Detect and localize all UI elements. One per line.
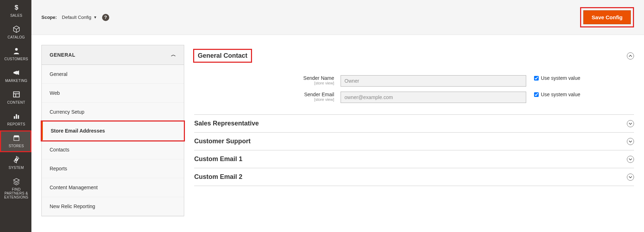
tab-currency-setup[interactable]: Currency Setup xyxy=(42,103,184,122)
tab-group-general[interactable]: GENERAL ︿ xyxy=(42,45,184,65)
person-icon xyxy=(2,47,31,56)
scope-switcher: Scope: Default Config ▼ ? xyxy=(41,14,109,21)
label-text: Sender Email xyxy=(304,92,334,97)
bars-icon xyxy=(2,112,31,121)
scope-value-text: Default Config xyxy=(62,15,91,20)
sender-email-input[interactable] xyxy=(341,92,526,103)
admin-sidebar: $ SALES CATALOG CUSTOMERS MARKETING CONT… xyxy=(0,0,31,231)
field-input-wrap xyxy=(341,75,526,87)
nav-label: STORES xyxy=(2,144,31,148)
nav-catalog[interactable]: CATALOG xyxy=(0,22,31,43)
section-title: Sales Representative xyxy=(194,120,259,127)
section-general-contact-header[interactable]: General Contact xyxy=(194,45,634,67)
content: GENERAL ︿ General Web Currency Setup Sto… xyxy=(31,35,644,231)
section-sales-rep-header[interactable]: Sales Representative xyxy=(194,114,634,133)
nav-content[interactable]: CONTENT xyxy=(0,87,31,109)
save-button-highlight: Save Config xyxy=(580,7,634,27)
svg-text:$: $ xyxy=(14,4,18,11)
collapsed-sections: Sales Representative Customer Support Cu… xyxy=(194,114,634,186)
field-sender-name-row: Sender Name [store view] Use system valu… xyxy=(194,75,634,87)
section-title: Custom Email 1 xyxy=(194,155,242,163)
svg-rect-7 xyxy=(17,115,19,119)
nav-label: SYSTEM xyxy=(2,166,31,170)
nav-marketing[interactable]: MARKETING xyxy=(0,65,31,87)
nav-system[interactable]: SYSTEM xyxy=(0,152,31,174)
tab-contacts[interactable]: Contacts xyxy=(42,140,184,159)
tab-store-email-addresses[interactable]: Store Email Addresses xyxy=(42,122,184,140)
nav-label: MARKETING xyxy=(2,79,31,83)
field-label: Sender Email [store view] xyxy=(194,92,341,102)
expand-down-icon xyxy=(627,120,634,127)
expand-down-icon xyxy=(627,138,634,145)
svg-rect-5 xyxy=(14,116,15,119)
tab-reports[interactable]: Reports xyxy=(42,159,184,178)
caret-down-icon: ▼ xyxy=(94,15,97,19)
nav-customers[interactable]: CUSTOMERS xyxy=(0,43,31,65)
scope-label: Scope: xyxy=(41,15,57,20)
help-icon[interactable]: ? xyxy=(102,14,109,21)
megaphone-icon xyxy=(2,69,31,77)
label-scope: [store view] xyxy=(194,97,334,102)
nav-sales[interactable]: $ SALES xyxy=(0,0,31,22)
cube-icon xyxy=(2,25,31,34)
field-sender-email-row: Sender Email [store view] Use system val… xyxy=(194,92,634,103)
tab-content-management[interactable]: Content Management xyxy=(42,178,184,197)
tab-web[interactable]: Web xyxy=(42,84,184,103)
stack-icon xyxy=(2,177,31,186)
section-title: Customer Support xyxy=(194,138,251,145)
section-custom-email-1-header[interactable]: Custom Email 1 xyxy=(194,150,634,168)
section-title: Custom Email 2 xyxy=(194,173,242,181)
main-area: Scope: Default Config ▼ ? Save Config GE… xyxy=(31,0,644,231)
tab-items: General Web Currency Setup Store Email A… xyxy=(42,65,184,216)
gear-icon xyxy=(2,156,31,164)
config-main: General Contact Sender Name [store view] xyxy=(194,45,634,186)
scope-dropdown[interactable]: Default Config ▼ xyxy=(62,15,97,20)
svg-point-1 xyxy=(15,48,17,51)
tab-new-relic-reporting[interactable]: New Relic Reporting xyxy=(42,197,184,216)
svg-rect-2 xyxy=(13,92,19,97)
nav-label: CATALOG xyxy=(2,35,31,39)
nav-partners[interactable]: FIND PARTNERS & EXTENSIONS xyxy=(0,174,31,203)
nav-label: SALES xyxy=(2,14,31,17)
tab-group-label: GENERAL xyxy=(50,52,75,58)
field-input-wrap xyxy=(341,92,526,103)
config-tabs: GENERAL ︿ General Web Currency Setup Sto… xyxy=(41,45,184,216)
tab-general[interactable]: General xyxy=(42,65,184,84)
layout-icon xyxy=(2,91,31,99)
nav-label: FIND PARTNERS & EXTENSIONS xyxy=(2,187,31,199)
use-system-label: Use system value xyxy=(541,75,580,81)
storefront-icon xyxy=(2,134,31,143)
nav-label: CONTENT xyxy=(2,100,31,104)
collapse-up-icon xyxy=(627,52,634,60)
nav-stores[interactable]: STORES xyxy=(0,130,31,152)
nav-reports[interactable]: REPORTS xyxy=(0,109,31,130)
expand-down-icon xyxy=(627,156,634,163)
save-config-button[interactable]: Save Config xyxy=(583,10,631,24)
chevron-up-icon: ︿ xyxy=(171,52,176,58)
topbar: Scope: Default Config ▼ ? Save Config xyxy=(31,0,644,35)
use-system-value-check[interactable]: Use system value xyxy=(526,75,580,81)
section-title: General Contact xyxy=(194,50,251,62)
dollar-icon: $ xyxy=(2,4,31,12)
expand-down-icon xyxy=(627,174,634,181)
use-system-checkbox[interactable] xyxy=(534,92,539,97)
svg-rect-6 xyxy=(16,114,17,119)
use-system-label: Use system value xyxy=(541,92,580,97)
use-system-checkbox[interactable] xyxy=(534,76,539,81)
nav-label: REPORTS xyxy=(2,122,31,126)
nav-label: CUSTOMERS xyxy=(2,57,31,61)
section-general-contact-body: Sender Name [store view] Use system valu… xyxy=(194,67,634,114)
label-scope: [store view] xyxy=(194,81,334,85)
section-custom-email-2-header[interactable]: Custom Email 2 xyxy=(194,168,634,186)
section-customer-support-header[interactable]: Customer Support xyxy=(194,133,634,150)
field-label: Sender Name [store view] xyxy=(194,75,341,85)
use-system-value-check[interactable]: Use system value xyxy=(526,92,580,97)
sender-name-input[interactable] xyxy=(341,75,526,87)
label-text: Sender Name xyxy=(303,75,334,81)
